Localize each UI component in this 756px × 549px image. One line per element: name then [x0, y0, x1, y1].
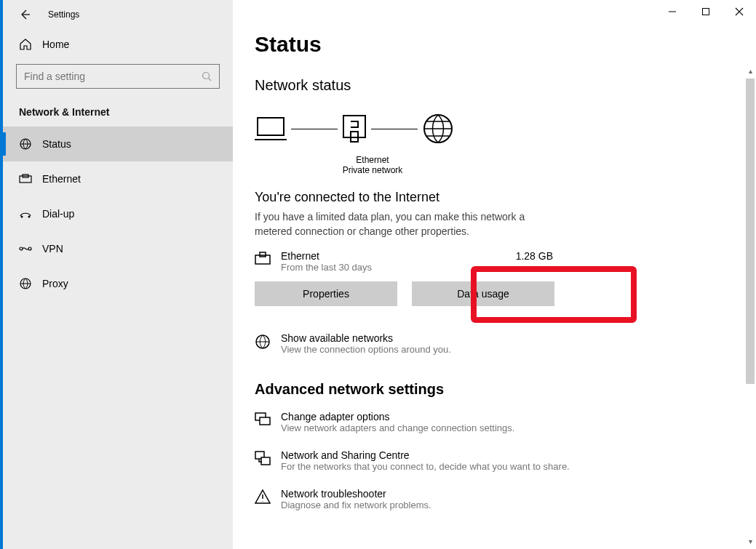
sidebar-item-label: Ethernet: [42, 173, 81, 185]
proxy-icon: [19, 277, 36, 290]
ethernet-icon: [255, 250, 281, 266]
change-adapter-options[interactable]: Change adapter options View network adap…: [255, 411, 728, 433]
sidebar-item-ethernet[interactable]: Ethernet: [3, 161, 233, 196]
scroll-up-button[interactable]: ▴: [749, 67, 752, 79]
advanced-heading: Advanced network settings: [255, 381, 728, 398]
svg-point-0: [203, 73, 210, 79]
home-label: Home: [42, 39, 69, 50]
link-desc: View the connection options around you.: [281, 344, 451, 355]
warning-icon: [255, 488, 281, 504]
link-desc: Diagnose and fix network problems.: [281, 500, 431, 510]
search-input[interactable]: [24, 71, 202, 82]
svg-rect-20: [261, 457, 270, 465]
svg-rect-2: [20, 176, 31, 183]
search-icon: [202, 71, 212, 81]
properties-button[interactable]: Properties: [255, 281, 397, 306]
close-button[interactable]: [723, 0, 756, 23]
sidebar-item-dialup[interactable]: Dial-up: [3, 196, 233, 231]
link-desc: For the networks that you connect to, de…: [281, 461, 570, 472]
svg-rect-9: [703, 9, 709, 15]
ethernet-icon: [19, 174, 36, 184]
connected-description: If you have a limited data plan, you can…: [255, 209, 546, 239]
network-row: Ethernet From the last 30 days 1.28 GB: [255, 250, 553, 273]
connected-title: You're connected to the Internet: [255, 190, 728, 205]
sidebar-item-label: VPN: [42, 243, 63, 255]
sidebar-group-title: Network & Internet: [3, 89, 233, 127]
diagram-label-top: Ethernet: [336, 155, 409, 165]
network-usage: 1.28 GB: [488, 250, 553, 262]
sidebar-item-proxy[interactable]: Proxy: [3, 266, 233, 301]
link-title: Show available networks: [281, 332, 451, 344]
adapter-icon: [255, 411, 281, 427]
svg-rect-15: [260, 252, 266, 257]
sharing-icon: [255, 449, 281, 467]
globe-icon: [255, 332, 281, 350]
network-name: Ethernet: [281, 250, 488, 262]
scroll-thumb[interactable]: [746, 79, 755, 384]
svg-point-6: [20, 247, 23, 250]
sidebar-item-status[interactable]: Status: [3, 127, 233, 161]
minimize-button[interactable]: [656, 0, 689, 23]
sidebar-item-vpn[interactable]: VPN: [3, 231, 233, 266]
svg-rect-10: [258, 118, 284, 135]
page-title: Status: [255, 32, 728, 57]
window-title: Settings: [48, 9, 79, 20]
diagram-label-bottom: Private network: [336, 165, 409, 175]
scroll-track[interactable]: [744, 79, 756, 537]
svg-point-4: [21, 216, 23, 218]
content-area: ▴ ▾ Status Network status: [233, 0, 756, 549]
network-sharing-centre[interactable]: Network and Sharing Centre For the netwo…: [255, 449, 728, 472]
network-troubleshooter[interactable]: Network troubleshooter Diagnose and fix …: [255, 488, 728, 510]
sidebar-item-label: Proxy: [42, 278, 68, 289]
home-icon: [19, 38, 36, 51]
svg-point-7: [28, 247, 31, 250]
link-title: Network and Sharing Centre: [281, 449, 570, 461]
search-box[interactable]: [16, 64, 220, 89]
svg-point-5: [28, 216, 31, 218]
dialup-icon: [19, 209, 36, 219]
link-desc: View network adapters and change connect…: [281, 422, 514, 433]
globe-icon: [422, 113, 454, 145]
status-icon: [19, 137, 36, 151]
scrollbar[interactable]: ▴ ▾: [744, 67, 756, 549]
sidebar: Settings Home Network & Internet Status: [3, 0, 233, 549]
sidebar-item-label: Dial-up: [42, 208, 74, 220]
show-available-networks[interactable]: Show available networks View the connect…: [255, 332, 728, 355]
sidebar-item-home[interactable]: Home: [3, 29, 233, 60]
link-title: Network troubleshooter: [281, 488, 431, 500]
network-status-heading: Network status: [255, 77, 728, 94]
maximize-button[interactable]: [689, 0, 723, 23]
router-icon: [342, 114, 367, 143]
scroll-down-button[interactable]: ▾: [749, 537, 752, 549]
back-button[interactable]: [19, 9, 33, 20]
vpn-icon: [19, 244, 36, 253]
network-sub: From the last 30 days: [281, 262, 488, 273]
computer-icon: [255, 115, 287, 143]
sidebar-item-label: Status: [42, 138, 71, 150]
network-diagram: [255, 107, 728, 151]
svg-rect-18: [260, 417, 270, 425]
data-usage-button[interactable]: Data usage: [412, 281, 554, 306]
link-title: Change adapter options: [281, 411, 514, 422]
